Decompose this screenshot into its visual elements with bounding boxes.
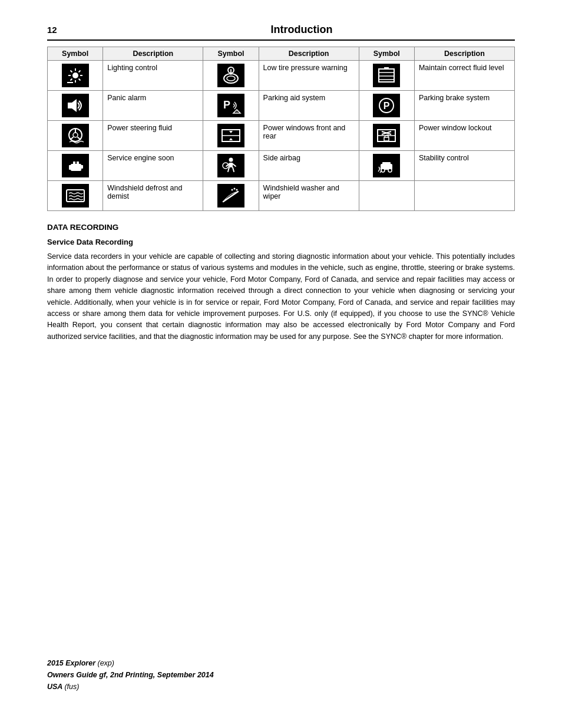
- svg-point-60: [233, 188, 235, 190]
- svg-line-31: [77, 137, 81, 140]
- desc-windshield-defrost: Windshield defrost and demist: [103, 181, 203, 211]
- lighting-control-icon: [62, 64, 89, 87]
- symbol-panic-alarm: [48, 91, 103, 121]
- col-header-symbol3: Symbol: [359, 47, 414, 61]
- low-tire-pressure-icon: ! !: [217, 64, 244, 87]
- desc-parking-aid: Parking aid system: [259, 91, 359, 121]
- section-title: DATA RECORDING: [47, 223, 515, 232]
- body-text: Service data recorders in your vehicle a…: [47, 251, 515, 342]
- svg-line-5: [70, 71, 72, 73]
- parking-brake-icon: P: [373, 94, 400, 117]
- symbol-side-airbag: [203, 151, 259, 181]
- desc-parking-brake: Parking brake system: [414, 91, 514, 121]
- windshield-washer-icon: [217, 184, 244, 207]
- svg-rect-42: [69, 165, 72, 170]
- svg-point-59: [231, 189, 233, 191]
- svg-point-11: [227, 76, 235, 81]
- symbol-windshield-washer: [203, 181, 259, 211]
- footer-vehicle: 2015 Explorer: [47, 659, 97, 667]
- symbol-parking-brake: P: [359, 91, 414, 121]
- symbol-window-lockout: [359, 121, 414, 151]
- subsection-title: Service Data Recording: [47, 238, 515, 246]
- col-header-desc1: Description: [103, 47, 203, 61]
- svg-rect-44: [77, 162, 79, 164]
- desc-power-steering: Power steering fluid: [103, 121, 203, 151]
- svg-rect-9: [67, 82, 73, 83]
- svg-marker-35: [229, 138, 233, 140]
- svg-line-7: [78, 71, 80, 73]
- table-row: Windshield defrost and demist Win: [48, 181, 515, 211]
- footer-code: (exp): [97, 659, 114, 667]
- symbol-low-tire: ! !: [203, 61, 259, 91]
- table-row: Lighting control ! ! Low tire pressure w…: [48, 61, 515, 91]
- windshield-defrost-icon: [62, 184, 89, 207]
- footer-line2: Owners Guide gf, 2nd Printing, September…: [47, 669, 214, 681]
- desc-service-engine: Service engine soon: [103, 151, 203, 181]
- page-title: Introduction: [88, 24, 515, 36]
- fluid-level-icon: [373, 64, 400, 87]
- col-header-desc2: Description: [259, 47, 359, 61]
- svg-point-0: [72, 73, 78, 78]
- svg-rect-40: [384, 137, 389, 141]
- desc-empty: [414, 181, 514, 211]
- table-header-row: Symbol Description Symbol Description Sy…: [48, 47, 515, 61]
- symbol-empty: [359, 181, 414, 211]
- table-row: Panic alarm P ! Parking aid system: [48, 91, 515, 121]
- col-header-symbol2: Symbol: [203, 47, 259, 61]
- page-footer: 2015 Explorer (exp) Owners Guide gf, 2nd…: [47, 640, 214, 693]
- stability-control-icon: [373, 154, 400, 177]
- desc-windshield-washer: Windshield washer and wiper: [259, 181, 359, 211]
- symbol-lighting-control: [48, 61, 103, 91]
- symbol-table: Symbol Description Symbol Description Sy…: [47, 47, 515, 211]
- svg-line-49: [233, 164, 236, 166]
- svg-point-56: [388, 169, 392, 172]
- symbol-parking-aid: P !: [203, 91, 259, 121]
- desc-fluid-level: Maintain correct fluid level: [414, 61, 514, 91]
- svg-line-51: [233, 167, 234, 172]
- footer-guide: Owners Guide gf, 2nd Printing, September…: [47, 671, 214, 679]
- svg-text:P: P: [384, 101, 390, 111]
- data-recording-section: DATA RECORDING Service Data Recording Se…: [47, 223, 515, 342]
- window-lockout-icon: [373, 124, 400, 147]
- svg-point-46: [229, 158, 233, 162]
- table-row: Power steering fluid Power windows front…: [48, 121, 515, 151]
- symbol-power-windows: [203, 121, 259, 151]
- svg-point-61: [236, 189, 237, 191]
- svg-line-8: [70, 79, 72, 81]
- power-steering-icon: [62, 124, 89, 147]
- svg-rect-45: [80, 165, 83, 169]
- footer-line3: USA (fus): [47, 681, 214, 693]
- symbol-fluid-level: [359, 61, 414, 91]
- svg-line-58: [223, 192, 238, 202]
- svg-line-30: [70, 137, 74, 140]
- desc-stability-control: Stability control: [414, 151, 514, 181]
- symbol-power-steering: [48, 121, 103, 151]
- desc-side-airbag: Side airbag: [259, 151, 359, 181]
- col-header-symbol1: Symbol: [48, 47, 103, 61]
- page-header: 12 Introduction: [47, 24, 515, 41]
- footer-usa: USA: [47, 683, 64, 691]
- svg-text:P: P: [223, 99, 230, 111]
- desc-panic-alarm: Panic alarm: [103, 91, 203, 121]
- footer-fus: (fus): [64, 683, 79, 691]
- side-airbag-icon: [217, 154, 244, 177]
- service-engine-icon: [62, 154, 89, 177]
- parking-aid-icon: P !: [217, 94, 244, 117]
- svg-rect-19: [384, 67, 389, 70]
- svg-rect-43: [73, 162, 75, 164]
- svg-marker-21: [72, 99, 77, 112]
- panic-alarm-icon: [62, 94, 89, 117]
- svg-line-50: [228, 167, 229, 172]
- svg-marker-34: [229, 131, 233, 133]
- col-header-desc3: Description: [414, 47, 514, 61]
- svg-rect-54: [382, 162, 391, 165]
- symbol-stability-control: [359, 151, 414, 181]
- desc-power-windows: Power windows front and rear: [259, 121, 359, 151]
- svg-rect-41: [71, 164, 81, 171]
- symbol-service-engine: [48, 151, 103, 181]
- svg-rect-47: [229, 163, 233, 167]
- footer-line1: 2015 Explorer (exp): [47, 657, 214, 669]
- svg-point-28: [73, 133, 78, 137]
- svg-line-6: [78, 79, 80, 81]
- power-windows-icon: [217, 124, 244, 147]
